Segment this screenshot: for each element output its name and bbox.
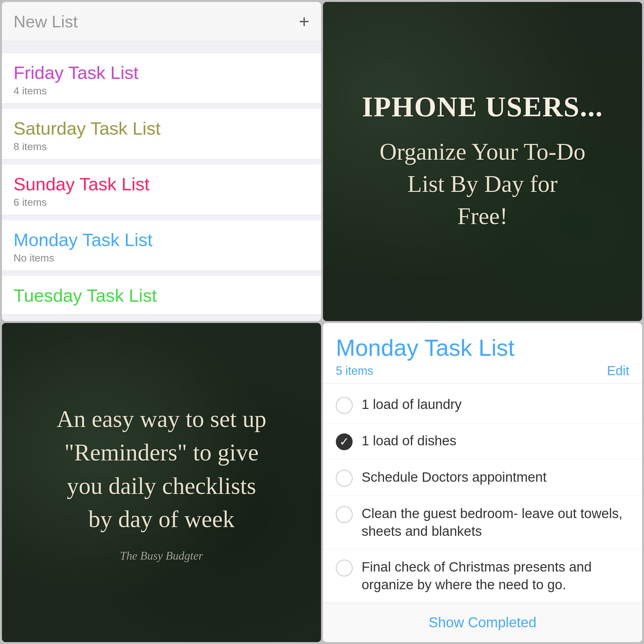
monday-task-detail: Monday Task List 5 items Edit 1 load of … [323,323,642,642]
task-text-dishes: 1 load of dishes [362,432,456,450]
list-count-monday: No items [14,252,309,264]
list-items-container: Friday Task List 4 items Saturday Task L… [2,41,321,321]
task-list: 1 load of laundry ✓ 1 load of dishes Sch… [323,384,642,602]
task-item-laundry[interactable]: 1 load of laundry [323,387,642,423]
list-item-saturday[interactable]: Saturday Task List 8 items [2,109,321,159]
new-list-label: New List [14,12,78,31]
task-item-bedroom[interactable]: Clean the guest bedroom- leave out towel… [323,496,642,549]
task-text-laundry: 1 load of laundry [362,396,462,413]
task-text-doctor: Schedule Doctors appointment [362,469,546,486]
list-name-friday: Friday Task List [14,62,309,83]
task-checkbox-bedroom[interactable] [336,506,353,523]
chalk-body-text: Organize Your To-DoList By Day forFree! [362,136,603,232]
signature: The Busy Budgter [57,549,266,563]
chalkboard-iphone: IPHONE USERS... Organize Your To-DoList … [323,2,642,321]
checkmark-icon: ✓ [339,436,349,448]
task-item-christmas[interactable]: Final check of Christmas presents and or… [323,549,642,602]
add-list-icon[interactable]: + [299,11,309,32]
task-checkbox-laundry[interactable] [336,397,353,414]
list-count-sunday: 6 items [14,196,309,208]
chalk-headline: IPHONE USERS... [362,90,603,123]
list-count-saturday: 8 items [14,141,309,153]
main-grid: New List + Friday Task List 4 items Satu… [0,0,644,644]
list-name-tuesday: Tuesday Task List [14,285,309,306]
show-completed-button[interactable]: Show Completed [429,614,536,630]
detail-count: 5 items [336,364,373,378]
list-name-saturday: Saturday Task List [14,118,309,139]
chalkboard-reminders: An easy way to set up"Reminders" to give… [2,323,321,642]
list-name-monday: Monday Task List [14,229,309,250]
list-count-friday: 4 items [14,85,309,97]
reminders-list-panel: New List + Friday Task List 4 items Satu… [2,2,321,321]
detail-title: Monday Task List [336,335,629,361]
list-item-monday[interactable]: Monday Task List No items [2,220,321,271]
reminders-chalk-main: An easy way to set up"Reminders" to give… [57,403,266,536]
detail-meta: 5 items Edit [336,364,629,378]
detail-footer: Show Completed [323,602,642,642]
task-item-dishes[interactable]: ✓ 1 load of dishes [323,423,642,459]
task-checkbox-doctor[interactable] [336,470,353,487]
edit-button[interactable]: Edit [607,364,629,378]
new-list-bar: New List + [2,2,321,41]
list-name-sunday: Sunday Task List [14,174,309,194]
task-text-christmas: Final check of Christmas presents and or… [362,558,629,593]
task-item-doctor[interactable]: Schedule Doctors appointment [323,459,642,496]
task-text-bedroom: Clean the guest bedroom- leave out towel… [362,505,629,540]
list-item-friday[interactable]: Friday Task List 4 items [2,53,321,104]
detail-header: Monday Task List 5 items Edit [323,323,642,384]
reminders-chalk-text: An easy way to set up"Reminders" to give… [57,403,266,562]
chalkboard-text-block: IPHONE USERS... Organize Your To-DoList … [362,90,603,232]
task-checkbox-dishes[interactable]: ✓ [336,433,353,450]
list-item-sunday[interactable]: Sunday Task List 6 items [2,165,321,215]
task-checkbox-christmas[interactable] [336,560,353,576]
list-item-tuesday[interactable]: Tuesday Task List [2,276,321,315]
